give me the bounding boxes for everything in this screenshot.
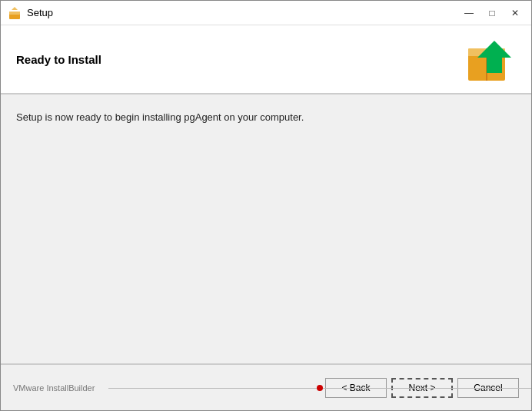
main-content: Setup is now ready to begin installing p… — [1, 94, 531, 364]
setup-window: Setup — □ ✕ Ready to Install Setup is no… — [0, 0, 532, 411]
brand-label: VMware InstallBuilder — [13, 383, 95, 393]
footer-separator — [108, 388, 531, 389]
close-button[interactable]: ✕ — [505, 5, 525, 22]
footer: VMware InstallBuilder < Back Next > Canc… — [1, 364, 531, 410]
minimize-button[interactable]: — — [459, 5, 479, 22]
svg-marker-2 — [12, 7, 18, 10]
maximize-button[interactable]: □ — [482, 5, 502, 22]
window-controls: — □ ✕ — [459, 5, 525, 22]
svg-rect-1 — [9, 12, 20, 15]
setup-icon — [7, 5, 22, 21]
title-bar: Setup — □ ✕ — [1, 1, 531, 25]
footer-dot — [317, 385, 323, 391]
description-text: Setup is now ready to begin installing p… — [16, 110, 516, 125]
install-icon — [464, 33, 516, 85]
page-title: Ready to Install — [16, 53, 101, 66]
window-title: Setup — [27, 7, 459, 18]
header-section: Ready to Install — [1, 25, 531, 94]
